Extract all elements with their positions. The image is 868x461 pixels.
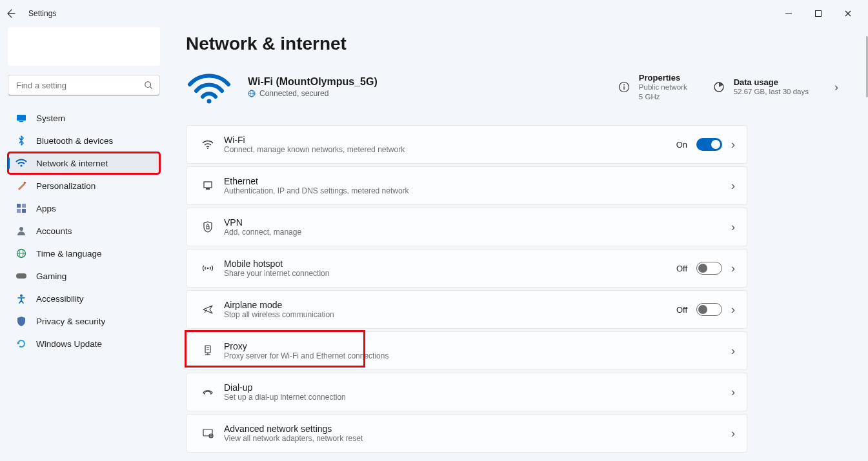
svg-rect-28 (206, 188, 210, 190)
svg-rect-11 (22, 209, 26, 213)
airplane-icon (198, 304, 217, 315)
info-icon (618, 81, 631, 93)
airplane-toggle[interactable] (696, 303, 722, 316)
card-dialup[interactable]: Dial-up Set up a dial-up internet connec… (186, 373, 747, 411)
search-icon (144, 81, 153, 90)
card-title: Ethernet (224, 176, 409, 186)
card-title: Airplane mode (224, 300, 334, 310)
sidebar-item-system[interactable]: System (8, 107, 160, 129)
wifi-hero-icon (186, 71, 232, 103)
connection-name: Wi-Fi (MountOlympus_5G) (248, 76, 378, 88)
search-input[interactable] (15, 80, 144, 91)
data-usage-title: Data usage (734, 77, 809, 87)
card-sub: Proxy server for Wi-Fi and Ethernet conn… (224, 351, 389, 360)
chevron-right-icon: › (731, 427, 735, 440)
caption-buttons (774, 4, 863, 23)
title-bar: Settings (0, 0, 868, 27)
svg-rect-10 (17, 209, 21, 213)
card-hotspot[interactable]: Mobile hotspot Share your internet conne… (186, 249, 747, 288)
apps-icon (14, 203, 28, 213)
properties-sub: Public network 5 GHz (639, 83, 687, 101)
globe-icon (248, 90, 256, 97)
card-advanced[interactable]: Advanced network settings View all netwo… (186, 414, 747, 453)
chevron-right-icon: › (834, 81, 838, 94)
sidebar-item-bluetooth[interactable]: Bluetooth & devices (8, 130, 160, 152)
accessibility-icon (14, 293, 28, 304)
wifi-toggle[interactable] (696, 138, 722, 151)
sidebar-item-privacy[interactable]: Privacy & security (8, 310, 160, 332)
time-language-icon (14, 248, 28, 259)
data-usage-sub: 52.67 GB, last 30 days (734, 87, 809, 96)
dialup-icon (198, 387, 217, 397)
hotspot-toggle[interactable] (696, 262, 722, 275)
card-proxy[interactable]: Proxy Proxy server for Wi-Fi and Etherne… (186, 331, 747, 370)
svg-rect-16 (16, 273, 26, 279)
svg-point-6 (20, 164, 22, 166)
svg-rect-29 (207, 226, 209, 229)
system-icon (14, 113, 28, 123)
card-wifi[interactable]: Wi-Fi Connect, manage known networks, me… (186, 125, 747, 164)
main-content: Network & internet Wi-Fi (MountOlympus_5… (168, 27, 868, 461)
properties-tile[interactable]: Properties Public network 5 GHz (618, 73, 687, 101)
card-title: Advanced network settings (224, 424, 363, 434)
chevron-right-icon: › (731, 221, 735, 234)
minimize-button[interactable] (774, 4, 803, 23)
card-title: Dial-up (224, 382, 346, 393)
sidebar-item-apps[interactable]: Apps (8, 197, 160, 219)
svg-rect-8 (17, 204, 21, 208)
accounts-icon (14, 226, 28, 236)
back-button[interactable] (5, 8, 25, 19)
sidebar-item-time-language[interactable]: Time & language (8, 242, 160, 264)
sidebar-item-accessibility[interactable]: Accessibility (8, 288, 160, 309)
sidebar-item-label: Bluetooth & devices (36, 136, 113, 146)
sidebar-item-gaming[interactable]: Gaming (8, 265, 160, 287)
sidebar-item-label: System (36, 113, 65, 123)
search-box[interactable] (8, 75, 160, 95)
maximize-button[interactable] (803, 4, 833, 23)
account-card[interactable] (8, 27, 160, 66)
card-vpn[interactable]: VPN Add, connect, manage › (186, 208, 747, 246)
svg-point-23 (623, 84, 625, 86)
sidebar-item-personalization[interactable]: Personalization (8, 175, 160, 197)
svg-rect-27 (204, 182, 212, 188)
svg-rect-9 (22, 204, 26, 208)
svg-point-17 (20, 295, 23, 297)
personalization-icon (14, 181, 28, 191)
card-ethernet[interactable]: Ethernet Authentication, IP and DNS sett… (186, 166, 747, 205)
card-sub: Authentication, IP and DNS settings, met… (224, 186, 409, 195)
chevron-right-icon: › (731, 344, 735, 358)
wifi-icon (198, 139, 217, 150)
sidebar-item-windows-update[interactable]: Windows Update (8, 333, 160, 355)
close-button[interactable] (833, 4, 863, 23)
svg-point-12 (19, 227, 23, 231)
proxy-icon (198, 345, 217, 357)
sidebar-item-label: Privacy & security (36, 317, 105, 326)
card-sub: Share your internet connection (224, 269, 329, 278)
card-title: VPN (224, 217, 301, 228)
hotspot-icon (198, 263, 217, 273)
window-title: Settings (28, 9, 56, 18)
vpn-icon (198, 221, 217, 233)
svg-point-26 (207, 148, 208, 149)
back-arrow-icon (5, 8, 15, 19)
card-title: Wi-Fi (224, 135, 405, 145)
card-airplane[interactable]: Airplane mode Stop all wireless communic… (186, 290, 747, 329)
connection-status: Connected, secured (259, 89, 328, 98)
chevron-right-icon: › (731, 262, 735, 275)
sidebar-item-accounts[interactable]: Accounts (8, 220, 160, 242)
card-sub: Connect, manage known networks, metered … (224, 145, 405, 154)
sidebar-item-label: Accounts (36, 226, 72, 236)
sidebar-item-label: Windows Update (36, 339, 102, 349)
sidebar: System Bluetooth & devices Network & int… (0, 27, 168, 461)
sidebar-item-label: Accessibility (36, 294, 84, 304)
card-sub: View all network adapters, network reset (224, 434, 363, 443)
card-title: Proxy (224, 341, 389, 351)
connection-hero: Wi-Fi (MountOlympus_5G) Connected, secur… (186, 71, 842, 103)
network-icon (14, 159, 28, 168)
airplane-state: Off (676, 305, 687, 315)
data-usage-tile[interactable]: Data usage 52.67 GB, last 30 days (713, 77, 809, 96)
chevron-right-icon: › (731, 386, 735, 399)
sidebar-item-network[interactable]: Network & internet (8, 152, 160, 174)
connection-status-row: Connected, secured (248, 89, 378, 98)
advanced-settings-icon (198, 428, 217, 438)
